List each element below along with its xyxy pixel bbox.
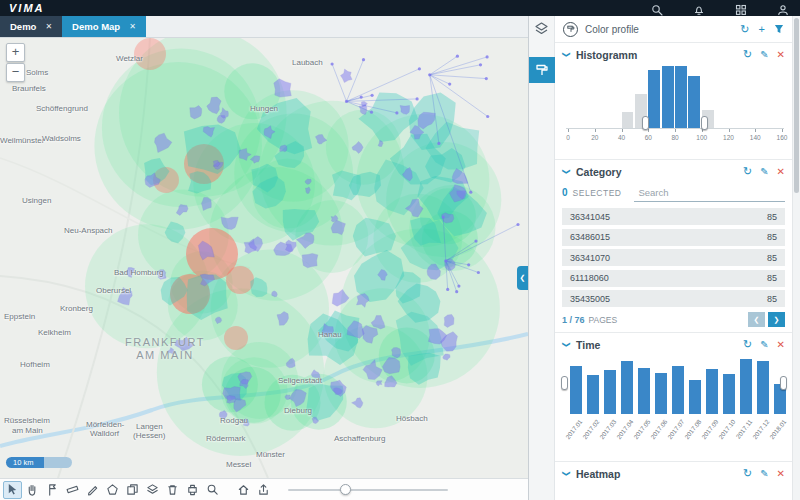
map-city-label: Hofheim <box>20 360 50 369</box>
category-search-input[interactable] <box>634 186 785 202</box>
category-value: 85 <box>767 232 777 242</box>
color-profile-header: Color profile ↻ + <box>555 16 792 43</box>
map-city-label: Usingen <box>22 196 51 205</box>
chevron-down-icon[interactable]: ❯ <box>562 51 571 59</box>
heatmap-panel: ❯ Heatmap ↻ ✎ ✕ <box>555 462 792 490</box>
axis-tick-label: 120 <box>721 134 737 141</box>
map-city-label: (Hessen) <box>133 431 165 440</box>
paint-roller-button[interactable] <box>529 57 555 83</box>
edit-icon[interactable]: ✎ <box>760 166 768 177</box>
panel-collapse-handle[interactable]: ❮ <box>517 266 528 290</box>
map-city-label: Braunfels <box>12 84 46 93</box>
next-page-button[interactable]: ❯ <box>768 312 785 327</box>
map-major-label: FRANKFURT AM MAIN <box>110 336 220 362</box>
trash-tool[interactable] <box>163 481 182 499</box>
time-bar <box>638 368 650 414</box>
chevron-down-icon[interactable]: ❯ <box>562 470 571 478</box>
home-tool[interactable] <box>234 481 253 499</box>
refresh-icon[interactable]: ↻ <box>743 339 752 350</box>
pan-tool[interactable] <box>23 481 42 499</box>
search-icon[interactable] <box>651 2 663 14</box>
tab-demo-map[interactable]: Demo Map✕ <box>62 16 146 37</box>
sidebar: Color profile ↻ + ❯ Histogramm ↻ ✎ ✕ <box>528 16 800 500</box>
axis-tick <box>622 129 623 132</box>
category-id: 61118060 <box>570 273 609 283</box>
category-rows: 3634104585634860158536341070856111806085… <box>562 208 785 307</box>
refresh-icon[interactable]: ↻ <box>743 49 752 60</box>
chevron-down-icon[interactable]: ❯ <box>562 341 571 349</box>
refresh-icon[interactable]: ↻ <box>740 24 749 35</box>
map-city-label: Bad Homburg <box>114 268 163 277</box>
user-icon[interactable] <box>777 2 789 14</box>
tab-close-icon[interactable]: ✕ <box>129 22 136 31</box>
notifications-icon[interactable] <box>693 2 705 14</box>
map-canvas[interactable]: WetzlarSolmsBraunfelsSchöffengrundWeilmü… <box>0 38 528 478</box>
category-row[interactable]: 3634104585 <box>562 208 785 225</box>
zoom-in-button[interactable]: + <box>6 43 25 62</box>
topbar-icons <box>651 2 789 14</box>
histogram-slider-handle-left[interactable] <box>642 116 649 130</box>
selected-count: 0 <box>562 187 568 198</box>
select-tool[interactable] <box>3 481 22 499</box>
axis-tick <box>755 129 756 132</box>
category-row[interactable]: 3634107085 <box>562 249 785 266</box>
sidebar-scrollbar[interactable] <box>792 16 800 500</box>
axis-tick-label: 160 <box>774 134 790 141</box>
histogram-panel-header: ❯ Histogramm ↻ ✎ ✕ <box>562 43 785 66</box>
app-window: VIMA Demo✕Demo Map✕ WetzlarSolmsBrau <box>0 0 800 500</box>
refresh-icon[interactable]: ↻ <box>743 468 752 479</box>
close-icon[interactable]: ✕ <box>777 49 785 60</box>
opacity-slider-knob[interactable] <box>340 484 351 495</box>
map-city-label: Dieburg <box>284 406 312 415</box>
prev-page-button[interactable]: ❮ <box>748 312 765 327</box>
tab-demo[interactable]: Demo✕ <box>0 16 62 37</box>
edit-icon[interactable]: ✎ <box>760 49 768 60</box>
refresh-icon[interactable]: ↻ <box>743 166 752 177</box>
category-value: 85 <box>767 273 777 283</box>
layers-icon[interactable] <box>534 21 549 40</box>
draw-tool[interactable] <box>83 481 102 499</box>
edit-icon[interactable]: ✎ <box>760 468 768 479</box>
apps-grid-icon[interactable] <box>735 2 747 14</box>
zoom-tool[interactable] <box>203 481 222 499</box>
map-city-label: Neu-Anspach <box>64 226 112 235</box>
measure-tool[interactable] <box>63 481 82 499</box>
time-slider-handle-left[interactable] <box>561 376 568 390</box>
tab-label: Demo <box>10 21 36 32</box>
histogram-chart: 020406080100120140160 <box>562 66 785 154</box>
axis-tick-label: 0 <box>560 134 576 141</box>
tab-close-icon[interactable]: ✕ <box>45 22 52 31</box>
top-bar: VIMA <box>0 0 800 16</box>
layers-tool[interactable] <box>143 481 162 499</box>
histogram-bar <box>622 112 634 128</box>
add-icon[interactable]: + <box>759 24 765 35</box>
time-bar <box>604 370 616 414</box>
chevron-down-icon[interactable]: ❯ <box>562 168 571 176</box>
axis-tick-label: 80 <box>667 134 683 141</box>
histogram-slider-handle-right[interactable] <box>701 116 708 130</box>
time-bar <box>757 361 769 414</box>
time-slider-handle-right[interactable] <box>780 376 787 390</box>
category-row[interactable]: 6111806085 <box>562 270 785 287</box>
edit-icon[interactable]: ✎ <box>760 339 768 350</box>
heatmap-panel-header: ❯ Heatmap ↻ ✎ ✕ <box>562 462 785 485</box>
selected-label: SELECTED <box>573 188 622 198</box>
opacity-slider[interactable] <box>288 489 448 491</box>
category-id: 36341045 <box>570 212 610 222</box>
close-icon[interactable]: ✕ <box>777 166 785 177</box>
category-panel-header: ❯ Category ↻ ✎ ✕ <box>562 160 785 183</box>
category-id: 35435005 <box>570 294 610 304</box>
close-icon[interactable]: ✕ <box>777 468 785 479</box>
category-row[interactable]: 3543500585 <box>562 290 785 307</box>
shape-tool[interactable] <box>103 481 122 499</box>
category-row[interactable]: 6348601585 <box>562 229 785 246</box>
close-icon[interactable]: ✕ <box>777 339 785 350</box>
print-tool[interactable] <box>183 481 202 499</box>
filter-icon[interactable] <box>774 24 784 34</box>
zoom-out-button[interactable]: − <box>6 63 25 82</box>
axis-tick <box>648 129 649 132</box>
copy-tool[interactable] <box>123 481 142 499</box>
scrollbar-thumb[interactable] <box>794 18 799 193</box>
route-tool[interactable] <box>43 481 62 499</box>
export-tool[interactable] <box>254 481 273 499</box>
